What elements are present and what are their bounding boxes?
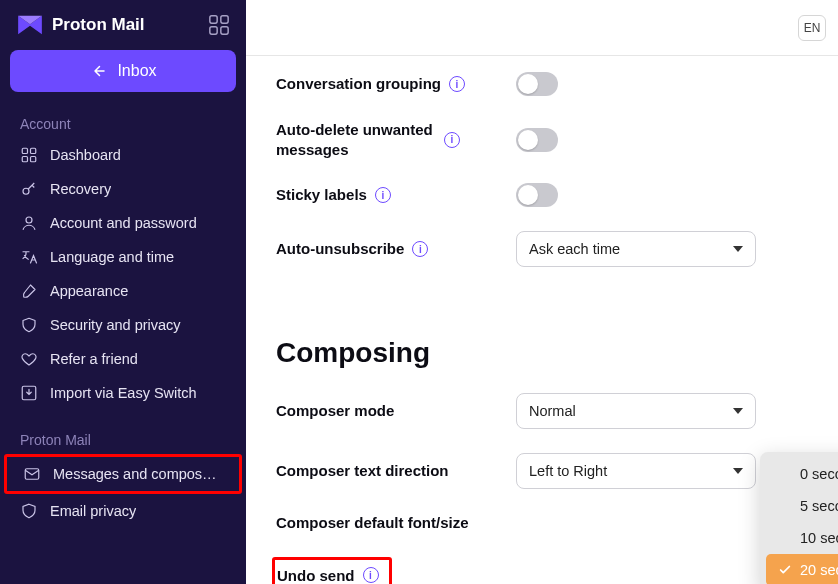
inbox-button[interactable]: Inbox	[10, 50, 236, 92]
proton-logo-icon	[16, 14, 44, 36]
dropdown-option-20s[interactable]: 20 seconds	[766, 554, 838, 584]
select-composer-mode[interactable]: Normal	[516, 393, 756, 429]
row-auto-unsubscribe: Auto-unsubscribei Ask each time	[276, 219, 808, 279]
chevron-down-icon	[733, 468, 743, 474]
sidebar-item-security-privacy[interactable]: Security and privacy	[0, 308, 246, 342]
import-icon	[20, 384, 38, 402]
sidebar-section-account: Account	[0, 106, 246, 138]
option-label: 0 seconds	[800, 466, 838, 482]
svg-rect-7	[31, 157, 36, 162]
svg-rect-1	[221, 16, 228, 23]
chevron-down-icon	[733, 246, 743, 252]
toggle-auto-delete[interactable]	[516, 128, 558, 152]
svg-rect-4	[22, 148, 27, 153]
sidebar-item-appearance[interactable]: Appearance	[0, 274, 246, 308]
check-icon	[778, 563, 792, 577]
sidebar-item-dashboard[interactable]: Dashboard	[0, 138, 246, 172]
setting-label: Composer default font/size	[276, 513, 469, 533]
sidebar-item-label: Messages and compos…	[53, 466, 217, 482]
select-auto-unsubscribe[interactable]: Ask each time	[516, 231, 756, 267]
language-icon	[20, 248, 38, 266]
brand-logo[interactable]: Proton Mail	[16, 14, 145, 36]
sidebar-item-label: Appearance	[50, 283, 128, 299]
language-code: EN	[804, 21, 821, 35]
sidebar-item-label: Security and privacy	[50, 317, 181, 333]
envelope-icon	[23, 465, 41, 483]
inbox-button-label: Inbox	[117, 62, 156, 80]
option-label: 10 seconds	[800, 530, 838, 546]
setting-label: Composer mode	[276, 401, 394, 421]
svg-rect-5	[31, 148, 36, 153]
toggle-conversation-grouping[interactable]	[516, 72, 558, 96]
grid-icon	[20, 146, 38, 164]
select-composer-text-direction[interactable]: Left to Right	[516, 453, 756, 489]
svg-rect-2	[210, 27, 217, 34]
shield-icon	[20, 316, 38, 334]
main-area: EN Conversation groupingi Auto-delete un…	[246, 0, 838, 584]
svg-rect-3	[221, 27, 228, 34]
row-sticky-labels: Sticky labelsi	[276, 171, 808, 219]
svg-rect-0	[210, 16, 217, 23]
sidebar-item-language-time[interactable]: Language and time	[0, 240, 246, 274]
sidebar-item-import-easy-switch[interactable]: Import via Easy Switch	[0, 376, 246, 410]
select-value: Normal	[529, 403, 576, 419]
info-icon[interactable]: i	[412, 241, 428, 257]
sidebar-item-email-privacy[interactable]: Email privacy	[0, 494, 246, 528]
brand-name: Proton Mail	[52, 15, 145, 35]
settings-content: Conversation groupingi Auto-delete unwan…	[246, 56, 838, 584]
sidebar-item-label: Language and time	[50, 249, 174, 265]
info-icon[interactable]: i	[363, 567, 379, 583]
row-composer-mode: Composer mode Normal	[276, 381, 808, 441]
sidebar-item-label: Email privacy	[50, 503, 136, 519]
composing-header: Composing	[276, 337, 808, 369]
sidebar-item-label: Refer a friend	[50, 351, 138, 367]
dropdown-option-0s[interactable]: 0 seconds	[766, 458, 838, 490]
toggle-sticky-labels[interactable]	[516, 183, 558, 207]
svg-point-8	[23, 188, 29, 194]
sidebar-item-label: Recovery	[50, 181, 111, 197]
dropdown-option-10s[interactable]: 10 seconds	[766, 522, 838, 554]
dropdown-option-5s[interactable]: 5 seconds	[766, 490, 838, 522]
setting-label: Conversation grouping	[276, 74, 441, 94]
row-undo-send: Undo sendi	[276, 545, 808, 585]
sidebar-item-recovery[interactable]: Recovery	[0, 172, 246, 206]
svg-point-9	[26, 217, 32, 223]
sidebar-item-label: Import via Easy Switch	[50, 385, 197, 401]
info-icon[interactable]: i	[375, 187, 391, 203]
sidebar-item-messages-composing[interactable]: Messages and compos…	[4, 454, 242, 494]
info-icon[interactable]: i	[449, 76, 465, 92]
sidebar-item-label: Account and password	[50, 215, 197, 231]
option-label: 20 seconds	[800, 562, 838, 578]
arrow-left-icon	[89, 62, 107, 80]
select-value: Ask each time	[529, 241, 620, 257]
svg-rect-11	[25, 469, 39, 480]
row-conversation-grouping: Conversation groupingi	[276, 60, 808, 108]
brush-icon	[20, 282, 38, 300]
key-icon	[20, 180, 38, 198]
shield-icon	[20, 502, 38, 520]
apps-grid-icon[interactable]	[208, 14, 230, 36]
setting-label: Auto-unsubscribe	[276, 239, 404, 259]
setting-label: Undo send	[277, 566, 355, 585]
sidebar: Proton Mail Inbox Account Dashboard Reco…	[0, 0, 246, 584]
sidebar-item-account-password[interactable]: Account and password	[0, 206, 246, 240]
setting-label: Sticky labels	[276, 185, 367, 205]
info-icon[interactable]: i	[444, 132, 460, 148]
chevron-down-icon	[733, 408, 743, 414]
setting-label: Auto-delete unwanted messages	[276, 120, 436, 159]
setting-label: Composer text direction	[276, 461, 449, 481]
heart-icon	[20, 350, 38, 368]
row-auto-delete: Auto-delete unwanted messagesi	[276, 108, 808, 171]
dropdown-undo-send: 0 seconds 5 seconds 10 seconds 20 second…	[760, 452, 838, 584]
select-value: Left to Right	[529, 463, 607, 479]
svg-rect-6	[22, 157, 27, 162]
row-composer-font: Composer default font/size	[276, 501, 808, 545]
option-label: 5 seconds	[800, 498, 838, 514]
user-icon	[20, 214, 38, 232]
row-composer-text-direction: Composer text direction Left to Right	[276, 441, 808, 501]
sidebar-section-product: Proton Mail	[0, 422, 246, 454]
language-button[interactable]: EN	[798, 15, 826, 41]
sidebar-item-refer-friend[interactable]: Refer a friend	[0, 342, 246, 376]
topbar: EN	[246, 0, 838, 56]
sidebar-item-label: Dashboard	[50, 147, 121, 163]
